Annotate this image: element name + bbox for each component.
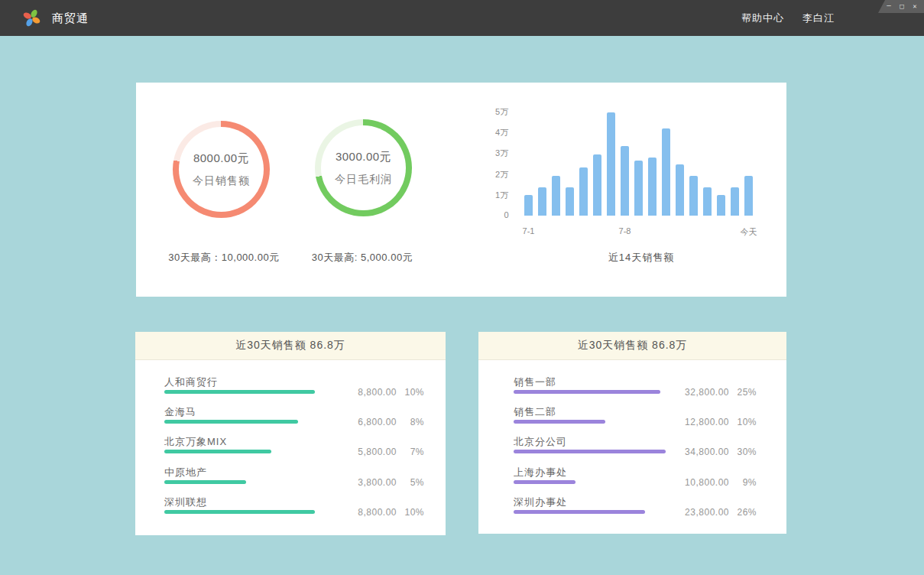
daily-sales-bar	[662, 128, 670, 216]
ranking-percent: 9%	[729, 477, 757, 488]
username-menu[interactable]: 李白江	[802, 11, 835, 25]
ranking-value: 3,800.005%	[340, 477, 424, 488]
ranking-row: 北京分公司34,800.0030%	[514, 435, 757, 463]
daily-sales-bar	[552, 176, 560, 216]
ranking-bar	[164, 450, 271, 453]
daily-sales-bar	[744, 176, 753, 216]
customer-ranking-card: 近30天销售额 86.8万 人和商贸行8,800.0010%金海马6,800.0…	[135, 332, 446, 535]
help-center-link[interactable]: 帮助中心	[741, 11, 784, 25]
close-icon[interactable]: ✕	[911, 3, 919, 10]
window-controls: ─ □ ✕	[878, 0, 924, 13]
ranking-amount: 8,800.00	[340, 507, 397, 518]
ranking-percent: 30%	[729, 447, 757, 457]
ranking-amount: 12,800.00	[673, 417, 729, 427]
ranking-value: 23,800.0026%	[673, 507, 757, 518]
ranking-bar	[514, 450, 666, 453]
x-axis-tick-label: 7-1	[514, 226, 544, 236]
daily-sales-bar	[538, 187, 546, 216]
ranking-percent: 10%	[397, 387, 424, 398]
daily-sales-bar	[648, 158, 657, 216]
ranking-value: 34,800.0030%	[673, 447, 757, 457]
daily-sales-bar	[717, 195, 725, 216]
ranking-row: 深圳办事处23,800.0026%	[514, 495, 757, 523]
customer-ranking-header: 近30天销售额 86.8万	[135, 332, 446, 360]
daily-sales-bar	[689, 176, 698, 216]
app-logo-pinwheel-icon	[21, 8, 42, 28]
ranking-percent: 26%	[729, 507, 757, 518]
department-ranking-card: 近30天销售额 86.8万 销售一部32,800.0025%销售二部12,800…	[478, 332, 786, 534]
daily-sales-bar	[593, 154, 601, 216]
ranking-value: 5,800.007%	[340, 447, 424, 457]
ranking-percent: 7%	[397, 447, 424, 457]
minimize-icon[interactable]: ─	[885, 3, 893, 10]
ranking-value: 32,800.0025%	[673, 387, 757, 398]
maximize-icon[interactable]: □	[898, 3, 906, 10]
ranking-row: 中原地产3,800.005%	[164, 466, 424, 493]
daily-sales-bar	[731, 187, 739, 216]
titlebar-links: 帮助中心 李白江	[741, 0, 835, 36]
ranking-row: 深圳联想8,800.0010%	[164, 495, 424, 523]
ranking-percent: 25%	[729, 387, 757, 398]
ranking-amount: 34,800.00	[673, 447, 729, 457]
ranking-row: 金海马6,800.008%	[164, 405, 424, 433]
y-axis-tick-label: 5万	[478, 106, 509, 118]
overview-card: 8000.00元 今日销售额 30天最高：10,000.00元 3000.00元…	[136, 83, 786, 297]
ranking-percent: 10%	[397, 507, 424, 518]
daily-sales-bar	[524, 195, 533, 216]
ranking-bar	[164, 390, 315, 394]
ranking-amount: 5,800.00	[340, 447, 397, 457]
y-axis-tick-label: 1万	[478, 190, 509, 201]
ranking-percent: 5%	[397, 477, 424, 488]
ranking-value: 8,800.0010%	[340, 507, 424, 518]
ranking-bar	[514, 390, 660, 394]
ranking-bar	[514, 420, 605, 424]
titlebar: 商贸通 帮助中心 李白江 ─ □ ✕	[0, 0, 924, 36]
app-title: 商贸通	[52, 0, 89, 36]
daily-sales-bar	[676, 164, 684, 216]
daily-sales-bar	[579, 167, 588, 216]
ranking-bar	[514, 510, 645, 514]
ranking-bar	[514, 480, 575, 484]
department-ranking-header: 近30天销售额 86.8万	[478, 332, 786, 360]
ranking-amount: 8,800.00	[340, 387, 397, 398]
x-axis-tick-label: 今天	[734, 226, 764, 238]
ranking-amount: 23,800.00	[673, 507, 729, 518]
daily-sales-bar	[621, 146, 629, 216]
ranking-amount: 32,800.00	[673, 387, 729, 398]
ranking-amount: 3,800.00	[340, 477, 397, 488]
ranking-percent: 10%	[729, 417, 757, 427]
ranking-row: 销售一部32,800.0025%	[514, 375, 757, 403]
daily-sales-bar	[703, 187, 712, 216]
ranking-value: 12,800.0010%	[673, 417, 757, 427]
ranking-bar	[164, 480, 246, 484]
ranking-value: 8,800.0010%	[340, 387, 424, 398]
ranking-amount: 10,800.00	[673, 477, 729, 488]
ranking-bar	[164, 510, 315, 514]
ranking-value: 6,800.008%	[340, 417, 424, 427]
y-axis-tick-label: 2万	[478, 169, 509, 180]
ranking-row: 上海办事处10,800.009%	[514, 466, 757, 493]
daily-sales-bar	[607, 112, 615, 216]
y-axis-tick-label: 3万	[478, 148, 509, 159]
sales-14day-chart-title: 近14天销售额	[524, 251, 758, 265]
x-axis-tick-label: 7-8	[610, 226, 640, 236]
ranking-percent: 8%	[397, 417, 424, 427]
sales-14day-bar-chart: 近14天销售额 5万4万3万2万1万07-17-8今天	[136, 83, 786, 297]
ranking-value: 10,800.009%	[673, 477, 757, 488]
ranking-bar	[164, 420, 298, 424]
y-axis-tick-label: 0	[478, 210, 509, 219]
daily-sales-bar	[634, 161, 643, 216]
daily-sales-bar	[566, 187, 574, 216]
ranking-row: 北京万象MIX5,800.007%	[164, 435, 424, 463]
y-axis-tick-label: 4万	[478, 127, 509, 138]
ranking-row: 销售二部12,800.0010%	[514, 405, 757, 433]
ranking-row: 人和商贸行8,800.0010%	[164, 375, 424, 403]
ranking-amount: 6,800.00	[340, 417, 397, 427]
